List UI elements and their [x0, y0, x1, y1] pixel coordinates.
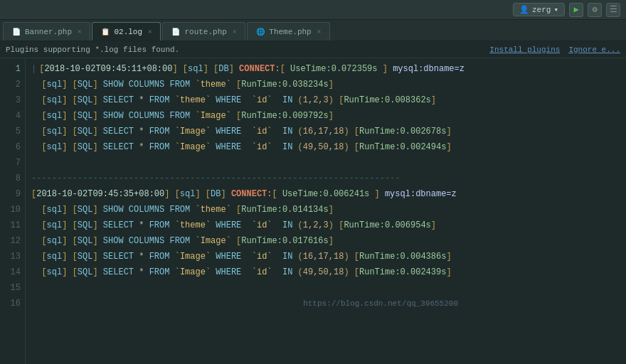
line-number-5: 5 — [3, 124, 21, 139]
line-numbers: 1 2 3 4 5 6 7 8 9 10 11 12 13 14 15 16 — [0, 58, 26, 364]
code-area: 1 2 3 4 5 6 7 8 9 10 11 12 13 14 15 16 |… — [0, 58, 626, 364]
line-number-13: 13 — [3, 249, 21, 264]
line-number-6: 6 — [3, 139, 21, 155]
plugin-message: Plugins supporting *.log files found. — [6, 46, 179, 54]
plugin-bar: Plugins supporting *.log files found. In… — [0, 41, 626, 58]
line-number-15: 15 — [3, 280, 21, 296]
code-line-9: [ 2018-10-02T09:45:35+08:00 ] [ sql ] [ … — [31, 186, 620, 202]
play-button[interactable]: ▶ — [569, 3, 583, 17]
line-number-10: 10 — [3, 202, 21, 218]
line-number-11: 11 — [3, 218, 21, 233]
dropdown-icon: ▾ — [553, 5, 558, 14]
code-line-1: | [ 2018-10-02T09:45:11+08:00 ] [ sql ] … — [31, 61, 620, 77]
tab-log[interactable]: 📋 02.log ✕ — [92, 22, 161, 41]
tab-theme-icon: 🌐 — [256, 28, 265, 36]
line-number-16: 16 — [3, 296, 21, 311]
tab-log-icon: 📋 — [101, 28, 110, 36]
tab-bar: 📄 Banner.php ✕ 📋 02.log ✕ 📄 route.php ✕ … — [0, 20, 626, 41]
tab-theme-label: Theme.php — [269, 28, 311, 36]
line-number-4: 4 — [3, 108, 21, 124]
code-line-8: ----------------------------------------… — [31, 171, 620, 186]
settings-button[interactable]: ⚙ — [588, 3, 602, 17]
code-content[interactable]: | [ 2018-10-02T09:45:11+08:00 ] [ sql ] … — [26, 58, 626, 364]
line-number-8: 8 — [3, 171, 21, 186]
menu-button[interactable]: ☰ — [606, 3, 620, 17]
line-number-1: 1 — [3, 61, 21, 77]
tab-banner-icon: 📄 — [12, 28, 21, 36]
username-label: zerg — [532, 6, 551, 14]
ignore-link[interactable]: Ignore e... — [568, 46, 620, 54]
plugin-bar-actions: Install plugins Ignore e... — [489, 46, 620, 54]
tab-theme-close[interactable]: ✕ — [317, 28, 321, 36]
install-plugins-link[interactable]: Install plugins — [489, 46, 560, 54]
line1-cursor: | — [31, 61, 36, 77]
line-number-9: 9 — [3, 186, 21, 202]
code-line-16: https://blog.csdn.net/qq_39655200 — [31, 296, 620, 311]
tab-log-label: 02.log — [114, 28, 142, 36]
code-line-7 — [31, 155, 620, 171]
tab-log-close[interactable]: ✕ — [148, 28, 152, 36]
tab-route-label: route.php — [184, 28, 226, 36]
tab-banner-close[interactable]: ✕ — [78, 28, 81, 36]
title-bar: 👤 zerg ▾ ▶ ⚙ ☰ — [0, 0, 626, 20]
code-line-4: [ sql ] [ SQL ] SHOW COLUMNS FROM `Image… — [31, 108, 620, 124]
line-number-14: 14 — [3, 264, 21, 280]
code-line-2: [ sql ] [ SQL ] SHOW COLUMNS FROM `theme… — [31, 77, 620, 92]
tab-route-close[interactable]: ✕ — [233, 28, 236, 36]
code-line-14: [ sql ] [ SQL ] SELECT * FROM `Image` WH… — [31, 264, 620, 280]
code-line-11: [ sql ] [ SQL ] SELECT * FROM `theme` WH… — [31, 218, 620, 233]
user-dropdown[interactable]: 👤 zerg ▾ — [513, 3, 565, 16]
code-line-3: [ sql ] [ SQL ] SELECT * FROM `theme` WH… — [31, 92, 620, 108]
code-line-15 — [31, 280, 620, 296]
user-icon: 👤 — [519, 5, 529, 14]
tab-route[interactable]: 📄 route.php ✕ — [162, 22, 245, 41]
code-line-6: [ sql ] [ SQL ] SELECT * FROM `Image` WH… — [31, 139, 620, 155]
tab-route-icon: 📄 — [171, 28, 180, 36]
code-line-13: [ sql ] [ SQL ] SELECT * FROM `Image` WH… — [31, 249, 620, 264]
line-number-12: 12 — [3, 233, 21, 249]
tab-banner[interactable]: 📄 Banner.php ✕ — [3, 22, 90, 41]
tab-banner-label: Banner.php — [25, 28, 72, 36]
code-line-5: [ sql ] [ SQL ] SELECT * FROM `Image` WH… — [31, 124, 620, 139]
line-number-2: 2 — [3, 77, 21, 92]
footer-url: https://blog.csdn.net/qq_39655200 — [303, 296, 458, 311]
title-bar-controls: 👤 zerg ▾ ▶ ⚙ ☰ — [513, 3, 620, 17]
code-line-12: [ sql ] [ SQL ] SHOW COLUMNS FROM `Image… — [31, 233, 620, 249]
tab-theme[interactable]: 🌐 Theme.php ✕ — [247, 22, 330, 41]
line-number-3: 3 — [3, 92, 21, 108]
code-line-10: [ sql ] [ SQL ] SHOW COLUMNS FROM `theme… — [31, 202, 620, 218]
line-number-7: 7 — [3, 155, 21, 171]
